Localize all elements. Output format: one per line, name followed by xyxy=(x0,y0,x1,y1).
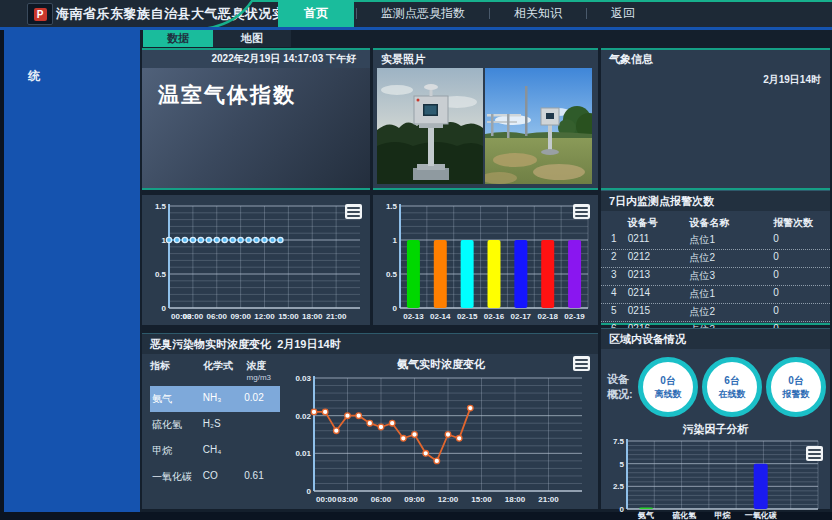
alarm-panel-title: 7日内监测点报警次数 xyxy=(601,190,830,211)
chart-menu-icon[interactable] xyxy=(573,204,590,219)
svg-text:15:00: 15:00 xyxy=(278,312,299,321)
svg-text:02-13: 02-13 xyxy=(403,312,424,321)
pollutant-unit: mg/m3 xyxy=(247,373,284,382)
nav-item-2[interactable]: 监测点恶臭指数 xyxy=(359,0,487,27)
tab-2[interactable]: 地图 xyxy=(213,30,291,47)
alarm-col-3: 报警次数 xyxy=(773,216,820,230)
devices-panel-title: 区域内设备情况 xyxy=(601,328,830,349)
stat-label: 报警数 xyxy=(783,388,810,401)
site-photo-dusk[interactable] xyxy=(377,68,483,184)
nav-blue-underline xyxy=(0,27,832,30)
alarm-col-2: 设备名称 xyxy=(689,216,773,230)
svg-text:03:00: 03:00 xyxy=(183,312,204,321)
device-stat-circles: 0台离线数6台在线数0台报警数 xyxy=(636,357,828,417)
pollutant-row[interactable]: 甲烷CH₄ xyxy=(150,438,280,464)
pollution-factor-title: 污染因子分析 xyxy=(601,421,830,437)
svg-text:06:00: 06:00 xyxy=(371,495,392,504)
chart-menu-icon[interactable] xyxy=(345,204,362,219)
left-blue-background: 统 xyxy=(0,30,140,512)
svg-text:21:00: 21:00 xyxy=(326,312,347,321)
tab-1[interactable]: 数据 xyxy=(143,30,213,47)
chart-menu-icon[interactable] xyxy=(573,356,590,371)
svg-text:06:00: 06:00 xyxy=(207,312,228,321)
nav-item-3[interactable]: 相关知识 xyxy=(492,0,584,27)
device-stat-circle-1: 0台离线数 xyxy=(638,357,698,417)
stat-count: 6台 xyxy=(724,374,740,388)
devices-panel: 区域内设备情况 设备概况: 0台离线数6台在线数0台报警数 污染因子分析 02.… xyxy=(601,328,830,509)
stat-count: 0台 xyxy=(788,374,804,388)
svg-text:1.5: 1.5 xyxy=(155,202,167,211)
svg-text:0.01: 0.01 xyxy=(295,449,311,458)
nh3-chart-title: 氨气实时浓度变化 xyxy=(284,356,598,373)
odor-index-trend-chart: 00.511.500:0003:0006:0009:0012:0015:0018… xyxy=(145,198,367,322)
pollution-factor-chart: 02.557.5氨气硫化氢甲烷一氧化碳 xyxy=(605,437,826,520)
pollutant-panel: 恶臭污染物实时浓度变化 2月19日14时 指标化学式浓度mg/m3 氨气NH₃0… xyxy=(142,333,598,509)
alarm-cell: 0214 xyxy=(628,287,690,301)
svg-text:18:00: 18:00 xyxy=(505,495,526,504)
svg-text:09:00: 09:00 xyxy=(404,495,425,504)
table-row[interactable]: 50215点位20 xyxy=(601,304,830,322)
device-stat-circle-2: 6台在线数 xyxy=(702,357,762,417)
alarm-cell: 0 xyxy=(773,305,820,319)
svg-text:5: 5 xyxy=(620,460,625,469)
datetime-strip: 2022年2月19日 14:17:03 下午好 xyxy=(142,50,370,68)
table-row[interactable]: 20212点位20 xyxy=(601,250,830,268)
device-stat-circle-3: 0台报警数 xyxy=(766,357,826,417)
pollutant-cell: H₂S xyxy=(203,418,244,432)
svg-text:1.5: 1.5 xyxy=(386,202,398,211)
odor-index-trend-panel: 00.511.500:0003:0006:0009:0012:0015:0018… xyxy=(142,195,370,325)
pollutant-row[interactable]: 硫化氢H₂S xyxy=(150,412,280,438)
svg-text:02-15: 02-15 xyxy=(457,312,478,321)
pollutant-panel-title: 恶臭污染物实时浓度变化 2月19日14时 xyxy=(142,333,598,354)
weather-time: 2月19日14时 xyxy=(763,73,821,87)
app-logo: P xyxy=(27,3,53,25)
alarm-cell: 1 xyxy=(611,233,628,247)
nav-separator xyxy=(489,8,490,19)
svg-text:02-19: 02-19 xyxy=(564,312,585,321)
alarm-cell: 0212 xyxy=(628,251,690,265)
pollutant-row[interactable]: 一氧化碳CO0.61 xyxy=(150,464,280,490)
svg-text:一氧化碳: 一氧化碳 xyxy=(745,511,778,520)
alarm-cell: 2 xyxy=(611,251,628,265)
alarm-count-panel: 7日内监测点报警次数 设备号设备名称报警次数 10211点位1020212点位2… xyxy=(601,190,830,325)
pollutant-cell: 0.61 xyxy=(244,470,280,484)
svg-text:00:00: 00:00 xyxy=(316,495,337,504)
pollutant-title-text: 恶臭污染物实时浓度变化 xyxy=(150,338,271,350)
main-menu: 首页监测点恶臭指数相关知识返回 xyxy=(278,0,657,27)
svg-text:0.5: 0.5 xyxy=(386,270,398,279)
table-row[interactable]: 30213点位30 xyxy=(601,268,830,286)
svg-text:2.5: 2.5 xyxy=(613,482,625,491)
chart-menu-icon[interactable] xyxy=(806,446,823,461)
pollutant-cell: 硫化氢 xyxy=(152,418,203,432)
nav-separator xyxy=(356,8,357,19)
svg-text:甲烷: 甲烷 xyxy=(715,511,732,520)
svg-text:1: 1 xyxy=(393,236,398,245)
stat-label: 在线数 xyxy=(719,388,746,401)
svg-text:0.02: 0.02 xyxy=(295,412,311,421)
alarm-cell: 0213 xyxy=(628,269,690,283)
svg-text:氨气: 氨气 xyxy=(637,511,654,520)
nav-item-4[interactable]: 返回 xyxy=(589,0,657,27)
alarm-table: 10211点位1020212点位2030213点位3040214点位105021… xyxy=(601,232,830,340)
svg-text:7.5: 7.5 xyxy=(613,437,625,446)
nh3-chart-section: 氨气实时浓度变化 00.010.020.0300:0003:0006:0009:… xyxy=(284,354,598,505)
table-row[interactable]: 40214点位10 xyxy=(601,286,830,304)
pollutant-cell: NH₃ xyxy=(203,392,244,406)
nav-separator xyxy=(586,8,587,19)
svg-text:15:00: 15:00 xyxy=(471,495,492,504)
pollutant-title-time: 2月19日14时 xyxy=(277,338,341,350)
pollutant-col-2: 化学式 xyxy=(203,359,246,382)
svg-text:02-18: 02-18 xyxy=(537,312,558,321)
pollutant-row[interactable]: 氨气NH₃0.02 xyxy=(150,386,280,412)
greenhouse-panel-title: 温室气体指数 xyxy=(142,68,370,109)
svg-text:03:00: 03:00 xyxy=(337,495,358,504)
alarm-cell: 0 xyxy=(773,269,820,283)
pollutant-cell: CH₄ xyxy=(203,444,244,458)
alarm-cell: 0 xyxy=(773,287,820,301)
device-stats: 设备概况: 0台离线数6台在线数0台报警数 xyxy=(601,349,830,421)
photos-strip xyxy=(373,68,598,184)
site-photo-field[interactable] xyxy=(485,68,592,184)
table-row[interactable]: 10211点位10 xyxy=(601,232,830,250)
stat-count: 0台 xyxy=(660,374,676,388)
nav-item-1[interactable]: 首页 xyxy=(278,0,354,27)
